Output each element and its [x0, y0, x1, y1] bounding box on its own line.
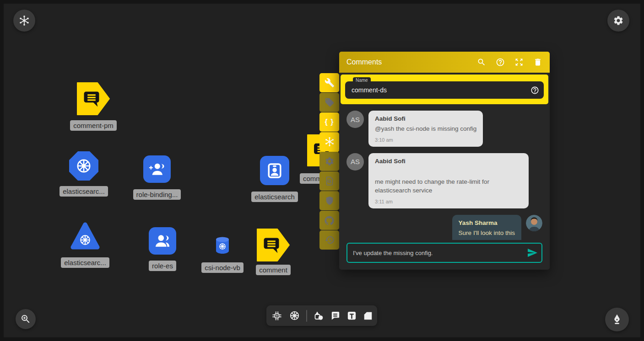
- comment-composer: [346, 243, 542, 263]
- expand-icon: [514, 58, 524, 67]
- node-label: comment: [256, 265, 291, 275]
- name-help-button[interactable]: [530, 86, 539, 95]
- panel-delete-button[interactable]: [533, 58, 542, 67]
- snowflake-icon: [324, 136, 335, 147]
- kanvas-flower-icon: [18, 15, 30, 27]
- design-node-tool-button[interactable]: [271, 310, 283, 322]
- node-elasticsearch-triangle[interactable]: elasticsearc...: [70, 222, 100, 268]
- name-input[interactable]: [345, 86, 530, 94]
- settings-button[interactable]: [607, 10, 629, 32]
- comment-bubble-icon: [257, 229, 290, 261]
- panel-expand-button[interactable]: [514, 58, 524, 67]
- zoom-in-icon: [20, 314, 31, 325]
- wrench-icon: [325, 78, 335, 88]
- node-label: csi-node-vb: [201, 262, 244, 273]
- braces-icon: { }: [325, 118, 334, 126]
- shapes-tool-button[interactable]: [313, 310, 324, 321]
- node-label: role-binding...: [133, 189, 181, 200]
- help-circle-icon: [530, 86, 539, 95]
- pen-nib-icon: [611, 314, 623, 325]
- help-icon: [496, 58, 505, 67]
- kubernetes-wheel-icon: [69, 151, 98, 181]
- message-time: 3:11 am: [375, 199, 522, 204]
- dock-braces-button[interactable]: { }: [319, 112, 339, 132]
- toolbar-divider: [306, 310, 307, 322]
- node-label: elasticsearc...: [60, 186, 108, 197]
- text-tool-button[interactable]: [346, 310, 357, 321]
- comment-message: AS Aabid Sofi @yash the csi-node is miss…: [346, 111, 542, 147]
- name-field-label: Name: [353, 77, 371, 84]
- comment-input[interactable]: [346, 243, 542, 263]
- github-icon: [324, 215, 335, 226]
- panel-title: Comments: [346, 58, 477, 66]
- node-label: comment-pm: [70, 120, 117, 131]
- node-label: elasticsearc...: [61, 257, 109, 268]
- node-label: role-es: [149, 261, 176, 271]
- kubernetes-wheel-icon: [70, 222, 100, 251]
- shapes-icon: [313, 310, 324, 321]
- comment-message: AS Aabid Sofi me might need to change th…: [346, 153, 542, 208]
- text-tool-icon: [346, 310, 357, 321]
- zoom-button[interactable]: [16, 309, 36, 329]
- person-add-icon: [143, 155, 171, 183]
- gear-icon: [613, 15, 624, 26]
- kubernetes-tool-button[interactable]: [289, 310, 300, 321]
- avatar-initials: AS: [346, 111, 364, 128]
- note-tool-button[interactable]: [363, 311, 373, 321]
- message-text: @yash the csi-node is missing config: [375, 124, 476, 133]
- shape-toolbar: [266, 305, 377, 326]
- message-text: Sure I'll look into this: [459, 229, 515, 238]
- message-text: me might need to change the rate-limit f…: [375, 177, 522, 195]
- panel-help-button[interactable]: [496, 58, 505, 67]
- comment-tool-button[interactable]: [330, 310, 341, 321]
- message-author: Aabid Sofi: [375, 158, 522, 165]
- document-search-icon: [325, 176, 335, 186]
- comment-thread: AS Aabid Sofi @yash the csi-node is miss…: [339, 104, 550, 240]
- dock-github-button[interactable]: [319, 211, 339, 230]
- dock-snowflake-button[interactable]: [319, 132, 339, 151]
- kubernetes-cylinder-icon: [214, 236, 231, 255]
- comments-panel-header: Comments: [339, 52, 550, 73]
- kanvas-logo-button[interactable]: [13, 10, 35, 32]
- comments-panel: Comments Name AS Aabid Sofi @yash the cs…: [339, 52, 550, 270]
- dock-wrench-button[interactable]: [319, 73, 339, 92]
- node-action-dock: { }: [319, 73, 339, 250]
- history-icon: [325, 235, 335, 245]
- id-badge-icon: [260, 156, 289, 185]
- dock-doc-search-button[interactable]: [319, 171, 339, 191]
- search-icon: [477, 58, 486, 67]
- design-node-icon: [271, 310, 283, 322]
- avatar-initials: AS: [346, 153, 364, 170]
- avatar-photo: [526, 215, 542, 231]
- comment-icon: [330, 310, 341, 321]
- message-time: 3:10 am: [375, 137, 476, 143]
- node-comment[interactable]: comment: [257, 229, 290, 275]
- node-comment-pm[interactable]: comment-pm: [77, 82, 110, 131]
- node-role-binding[interactable]: role-binding...: [143, 155, 171, 200]
- comment-bubble-icon: [77, 82, 110, 115]
- people-icon: [149, 227, 176, 255]
- node-elasticsearch-serviceaccount[interactable]: elasticsearch: [260, 156, 289, 202]
- dock-tag-button[interactable]: [319, 93, 339, 112]
- node-csi-node-vb[interactable]: csi-node-vb: [214, 236, 231, 273]
- node-role-es[interactable]: role-es: [149, 227, 176, 271]
- node-elasticsearch-octagon[interactable]: elasticsearc...: [69, 151, 98, 197]
- pen-mode-button[interactable]: [605, 308, 629, 331]
- send-icon: [527, 247, 538, 258]
- comment-message: Yash Sharma Sure I'll look into this 3:2…: [346, 215, 542, 240]
- dock-settings-button[interactable]: [319, 152, 339, 171]
- send-button[interactable]: [527, 247, 538, 258]
- dock-shield-button[interactable]: [319, 191, 339, 210]
- name-field-section: Name: [341, 75, 548, 104]
- panel-search-button[interactable]: [477, 58, 486, 67]
- kubernetes-icon: [289, 310, 300, 321]
- node-label: elasticsearch: [251, 192, 298, 202]
- shield-icon: [325, 196, 335, 206]
- message-author: Aabid Sofi: [375, 115, 476, 122]
- gear-icon: [325, 156, 335, 166]
- trash-icon: [533, 58, 542, 67]
- note-icon: [363, 311, 373, 321]
- dock-history-button[interactable]: [319, 230, 339, 250]
- message-author: Yash Sharma: [459, 219, 515, 226]
- tag-icon: [325, 97, 335, 107]
